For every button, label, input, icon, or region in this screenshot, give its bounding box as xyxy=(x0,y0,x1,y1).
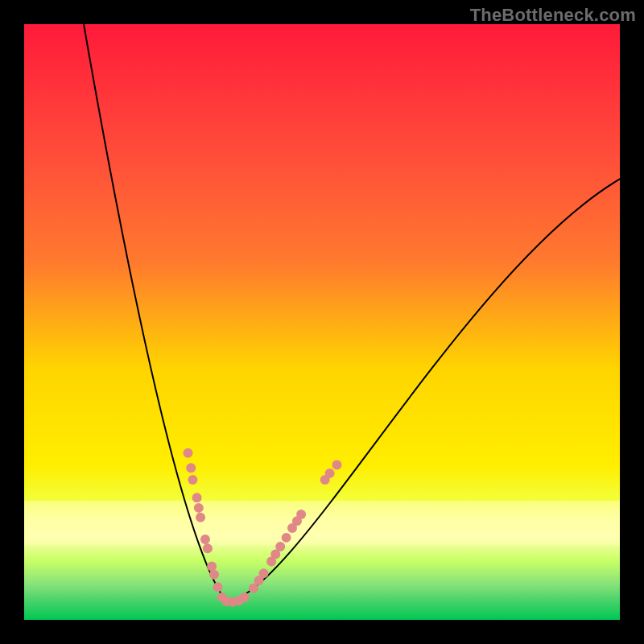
data-point xyxy=(186,463,196,473)
data-point xyxy=(282,533,291,543)
data-point xyxy=(213,582,223,592)
data-point xyxy=(258,568,268,578)
data-point xyxy=(240,592,250,602)
data-point xyxy=(203,543,213,553)
data-point xyxy=(188,475,197,485)
watermark-text: TheBottleneck.com xyxy=(470,5,636,26)
data-point xyxy=(209,570,219,580)
data-point xyxy=(296,510,306,519)
chart-stage: TheBottleneck.com xyxy=(0,0,644,644)
data-point xyxy=(332,460,342,470)
data-point xyxy=(200,535,210,544)
data-point xyxy=(184,448,193,458)
data-point xyxy=(325,469,335,478)
data-point xyxy=(192,493,202,502)
data-point xyxy=(196,513,205,522)
data-point xyxy=(207,561,217,571)
plot-area xyxy=(24,24,620,620)
bottleneck-chart-svg xyxy=(24,24,620,620)
pale-band xyxy=(24,501,620,546)
data-point xyxy=(194,503,204,513)
data-point xyxy=(275,542,285,551)
